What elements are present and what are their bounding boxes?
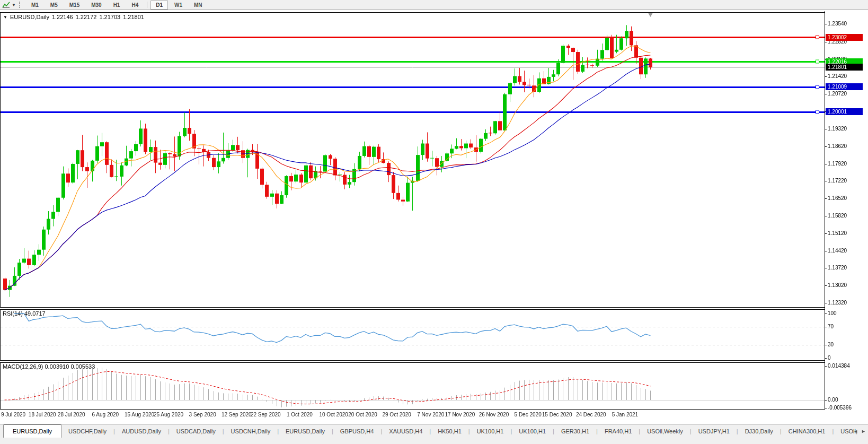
top-toolbar: ▼ M1M5M15M30H1H4D1W1MN <box>0 0 868 10</box>
timeframe-button-m15[interactable]: M15 <box>64 1 85 10</box>
price-axis-tick: 1.14420 <box>828 248 867 254</box>
ohlc-low-value: 1.21703 <box>99 14 120 20</box>
rsi-axis-tick: 0 <box>828 355 867 361</box>
timeframe-button-m1[interactable]: M1 <box>26 1 44 10</box>
price-axis-tick: 1.15820 <box>828 213 867 219</box>
date-axis-label: 3 Sep 2020 <box>184 412 221 417</box>
rsi-axis-tick: 30 <box>828 342 867 348</box>
price-level-badge[interactable]: 1.21009 <box>826 83 863 90</box>
ohlc-open-value: 1.22146 <box>52 14 73 20</box>
price-axis-tick: 1.20720 <box>828 91 867 97</box>
price-axis-tick: 1.18620 <box>828 143 867 150</box>
chart-tab-dj30-daily[interactable]: DJ30,Daily <box>738 424 780 438</box>
timeframe-button-w1[interactable]: W1 <box>169 1 188 10</box>
price-axis-tick: 1.15120 <box>828 230 867 237</box>
date-axis-label: 26 Nov 2020 <box>475 412 512 417</box>
chart-tab-bar: EURUSD,DailyUSDCHF,Daily|AUDUSD,Daily|US… <box>0 424 868 438</box>
ohlc-close-value: 1.21801 <box>123 14 144 20</box>
price-axis-tick: 1.17220 <box>828 178 867 184</box>
price-level-badge[interactable]: 1.20001 <box>826 108 863 115</box>
date-axis-label: 29 Oct 2020 <box>378 412 415 417</box>
current-price-badge: 1.21801 <box>826 64 863 71</box>
chart-tab-ger30-h1[interactable]: GER30,H1 <box>554 424 596 438</box>
price-axis-tick: 1.19320 <box>828 126 867 132</box>
chart-tab-usdchf-daily[interactable]: USDCHF,Daily <box>61 424 113 438</box>
rsi-indicator-label: RSI(14) 49.0717 <box>3 310 46 317</box>
toolbar-grip-handle[interactable] <box>19 2 22 8</box>
chart-tab-hk50-h1[interactable]: HK50,H1 <box>431 424 468 438</box>
chart-tab-uk100-h1[interactable]: UK100,H1 <box>512 424 553 438</box>
date-axis-label: 22 Sep 2020 <box>247 412 284 417</box>
date-axis-label: 25 Aug 2020 <box>150 412 187 417</box>
macd-axis-tick: -0.005396 <box>828 405 867 411</box>
macd-indicator-label: MACD(12,26,9) 0.003910 0.005533 <box>3 363 95 370</box>
chart-tab-eurusd-daily[interactable]: EURUSD,Daily <box>279 424 332 438</box>
chart-title: ▼ EURUSD,Daily 1.22146 1.22172 1.21703 1… <box>3 14 144 20</box>
price-chart-canvas[interactable] <box>0 10 868 424</box>
chart-tab-uk100-h1[interactable]: UK100,H1 <box>470 424 511 438</box>
rsi-axis-tick: 70 <box>828 324 867 330</box>
chart-tab-usdcnh-daily[interactable]: USDCNH,Daily <box>224 424 278 438</box>
timeframe-button-m30[interactable]: M30 <box>86 1 107 10</box>
timeframe-button-mn[interactable]: MN <box>189 1 208 10</box>
chart-tab-usdjpy-h1[interactable]: USDJPY,H1 <box>692 424 737 438</box>
chart-tab-usoil-weekly[interactable]: USOil,Weekly <box>640 424 690 438</box>
macd-axis-tick: 0.014384 <box>828 363 867 369</box>
tab-scroll-right-icon[interactable]: ► <box>861 429 866 434</box>
date-axis-label: 15 Dec 2020 <box>538 412 575 417</box>
timeframe-button-h4[interactable]: H4 <box>126 1 144 10</box>
date-axis-label: 5 Jan 2021 <box>606 412 643 417</box>
collapse-triangle-icon[interactable]: ▼ <box>3 15 7 20</box>
price-axis-tick: 1.23540 <box>828 21 867 27</box>
chart-window: ▼ EURUSD,Daily 1.22146 1.22172 1.21703 1… <box>0 10 868 424</box>
price-level-badge[interactable]: 1.23002 <box>826 34 863 41</box>
price-axis-tick: 1.12320 <box>828 300 867 306</box>
chevron-down-icon[interactable]: ▼ <box>12 3 16 7</box>
date-axis-label: 20 Oct 2020 <box>344 412 382 417</box>
chart-tab-eurusd-daily[interactable]: EURUSD,Daily <box>3 424 61 438</box>
bottom-filler <box>0 438 868 444</box>
date-axis-label: 28 Jul 2020 <box>53 412 90 417</box>
timeframe-button-d1[interactable]: D1 <box>150 1 168 10</box>
toolbar-separator <box>147 2 147 8</box>
date-axis-label: 17 Nov 2020 <box>441 412 479 417</box>
timeframe-buttons: M1M5M15M30H1H4D1W1MN <box>25 1 208 10</box>
price-axis-tick: 1.17920 <box>828 161 867 167</box>
ohlc-high-value: 1.22172 <box>76 14 97 20</box>
chart-symbol-label: EURUSD,Daily <box>10 14 49 20</box>
date-axis-label: 6 Aug 2020 <box>87 412 124 417</box>
price-axis-tick: 1.16520 <box>828 195 867 202</box>
timeframe-button-h1[interactable]: H1 <box>108 1 126 10</box>
chart-tab-gbpusd-h4[interactable]: GBPUSD,H4 <box>333 424 381 438</box>
chart-tab-xauusd-h4[interactable]: XAUUSD,H4 <box>382 424 429 438</box>
crosshair-tool-icon[interactable] <box>1 1 12 8</box>
date-axis-label: 1 Oct 2020 <box>281 412 318 417</box>
price-axis-tick: 1.21420 <box>828 73 867 80</box>
chart-tab-usdcad-daily[interactable]: USDCAD,Daily <box>170 424 223 438</box>
chart-tab-fra40-h1[interactable]: FRA40,H1 <box>598 424 639 438</box>
price-axis-tick: 1.13020 <box>828 282 867 289</box>
rsi-axis-tick: 100 <box>828 310 867 317</box>
chart-tab-china300-h1[interactable]: CHINA300,H1 <box>782 424 832 438</box>
date-axis-label: 24 Dec 2020 <box>572 412 609 417</box>
price-axis-tick: 1.13720 <box>828 265 867 271</box>
timeframe-button-m5[interactable]: M5 <box>45 1 63 10</box>
macd-axis-tick: 0.00 <box>828 397 867 403</box>
tab-scroll-left-icon[interactable]: ◄ <box>853 429 858 434</box>
chart-tab-audusd-daily[interactable]: AUDUSD,Daily <box>115 424 168 438</box>
